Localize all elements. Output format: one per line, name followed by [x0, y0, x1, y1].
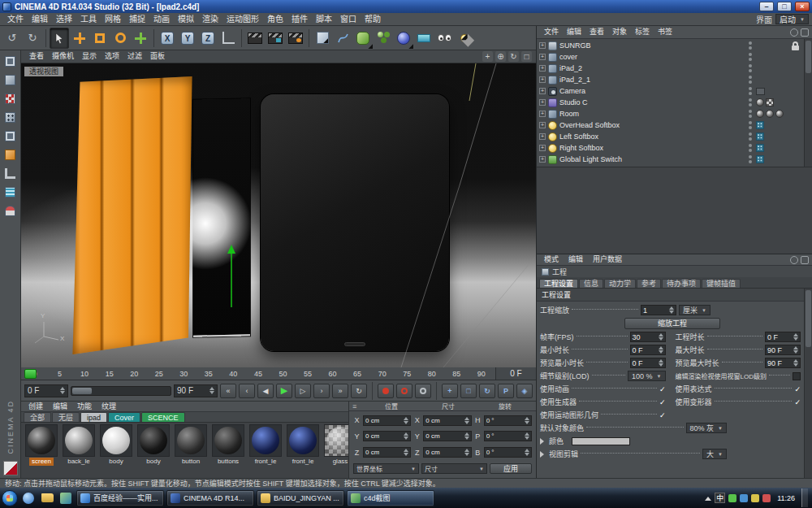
expand-icon[interactable]: + [539, 145, 546, 151]
expand-icon[interactable]: + [539, 133, 546, 140]
material-name[interactable]: button [179, 458, 202, 466]
rot-h-field[interactable]: 0 ° [484, 415, 532, 426]
viewport-menu-view[interactable]: 查看 [25, 50, 48, 63]
material-name[interactable]: glass [330, 458, 348, 466]
workplane-mode-button[interactable] [2, 185, 19, 200]
om-menu-objects[interactable]: 对象 [608, 26, 631, 38]
object-name[interactable]: Right Softbox [559, 144, 745, 152]
material-item[interactable]: front_le [248, 424, 283, 476]
scale-unit-dropdown[interactable]: 厘米▼ [679, 305, 710, 315]
use-deformers-checkbox[interactable]: ✓ [794, 398, 801, 406]
am-menu-userdata[interactable]: 用户数据 [589, 254, 626, 265]
stepper[interactable] [793, 346, 798, 354]
rotate-view-icon[interactable]: ↻ [508, 51, 519, 62]
menu-plugins[interactable]: 插件 [287, 13, 312, 25]
am-menu-edit[interactable]: 编辑 [564, 254, 587, 265]
object-row[interactable]: + Right Softbox [537, 142, 804, 154]
keyframe-selection-button[interactable] [415, 384, 431, 398]
timeline-ticks[interactable]: 0 5 10 15 20 25 30 35 40 45 50 55 [21, 367, 495, 380]
autokey-button[interactable] [396, 384, 412, 398]
camera-tag-icon[interactable] [756, 88, 765, 95]
use-generators-checkbox[interactable]: ✓ [659, 398, 666, 406]
previous-key-button[interactable]: ‹ [239, 384, 255, 398]
compositing-tag-icon[interactable] [756, 144, 764, 152]
tab-project-settings[interactable]: 工程设置 [539, 279, 578, 288]
expand-icon[interactable]: + [539, 99, 546, 106]
expand-icon[interactable]: + [539, 42, 546, 49]
group-header[interactable]: 工程设置 [537, 289, 804, 302]
tray-expand-icon[interactable] [705, 493, 711, 501]
timeline-slider[interactable] [71, 386, 171, 396]
object-row[interactable]: + SUNRGB [537, 40, 804, 51]
menu-character[interactable]: 角色 [263, 13, 287, 25]
visibility-toggles[interactable] [747, 155, 754, 163]
stepper[interactable] [525, 417, 529, 424]
texture-mode-button[interactable] [2, 91, 19, 106]
timeline-playhead[interactable] [24, 369, 37, 379]
object-name[interactable]: Global Light Switch [559, 155, 745, 163]
material-preview[interactable] [212, 424, 244, 457]
viewport-menu-cameras[interactable]: 摄像机 [48, 50, 78, 63]
viewport-menu-options[interactable]: 选项 [101, 50, 123, 63]
visibility-toggles[interactable] [747, 110, 754, 118]
record-pla-toggle[interactable]: ◈ [516, 384, 533, 398]
expand-triangle-icon[interactable] [540, 451, 547, 458]
project-scale-field[interactable]: 1 [641, 305, 676, 315]
stepper[interactable] [669, 306, 674, 314]
compositing-tag-icon[interactable] [756, 155, 764, 163]
object-row[interactable]: + Studio C [537, 97, 804, 108]
next-key-button[interactable]: › [313, 384, 330, 398]
material-item[interactable]: body [136, 424, 171, 476]
floor-button[interactable] [414, 28, 434, 49]
object-name[interactable]: Room [559, 110, 745, 118]
material-preview[interactable] [287, 424, 319, 457]
coordinate-system-dropdown[interactable]: 世界坐标▼ [353, 463, 419, 474]
compositing-tag-icon[interactable] [756, 132, 764, 141]
expand-icon[interactable]: + [539, 156, 546, 163]
end-frame-field[interactable]: 90 F [174, 384, 218, 397]
polygons-mode-button[interactable] [2, 147, 19, 163]
visibility-toggles[interactable] [747, 144, 754, 152]
search-icon[interactable] [790, 256, 798, 264]
record-parameter-toggle[interactable]: P [498, 384, 514, 398]
material-item[interactable]: buttons [210, 424, 246, 476]
preview-min-field[interactable]: 0 F [630, 358, 666, 368]
model-mode-button[interactable] [2, 72, 19, 88]
material-name[interactable]: screen [29, 458, 54, 466]
duration-field[interactable]: 0 F [765, 332, 801, 342]
antivirus-tray-icon[interactable] [728, 494, 736, 502]
record-keyframe-button[interactable] [378, 384, 394, 398]
minimize-button[interactable]: – [759, 2, 774, 11]
object-row[interactable]: + Camera [537, 85, 804, 97]
timeline-ruler[interactable]: 0 5 10 15 20 25 30 35 40 45 50 55 [21, 367, 536, 380]
om-menu-view[interactable]: 查看 [585, 26, 608, 38]
material-preview[interactable] [175, 424, 207, 457]
stepper[interactable] [793, 333, 798, 341]
stepper[interactable] [793, 359, 798, 367]
quicklaunch-explorer[interactable] [39, 490, 55, 506]
material-tag-icon[interactable] [756, 98, 764, 106]
material-name[interactable]: front_le [253, 458, 279, 466]
tab-ipad-layer[interactable]: ipad [80, 412, 107, 422]
previous-frame-button[interactable]: ◀ [257, 384, 274, 398]
material-preview[interactable] [100, 424, 132, 457]
record-position-toggle[interactable]: + [442, 384, 458, 398]
light-button[interactable] [455, 28, 474, 49]
material-preview[interactable] [137, 424, 170, 457]
material-tag-icon[interactable] [756, 110, 764, 118]
material-item[interactable]: front_le [285, 424, 321, 476]
lock-x-button[interactable]: X [158, 28, 177, 49]
visibility-toggles[interactable] [747, 53, 754, 61]
stepper[interactable] [525, 449, 529, 456]
object-row[interactable]: + iPad_2 [537, 63, 804, 74]
xpresso-button[interactable] [434, 28, 454, 49]
stepper[interactable] [659, 346, 663, 354]
material-item[interactable]: screen [24, 424, 59, 476]
viewport[interactable]: Y X 透视视图 [21, 63, 536, 367]
tab-key-interpolation[interactable]: 键帧插值 [702, 279, 741, 288]
stepper[interactable] [525, 432, 529, 440]
preview-max-field[interactable]: 90 F [765, 358, 801, 368]
expand-icon[interactable]: + [539, 88, 546, 94]
stepper[interactable] [404, 449, 408, 456]
default-color-dropdown[interactable]: 80% 灰▼ [686, 423, 727, 433]
